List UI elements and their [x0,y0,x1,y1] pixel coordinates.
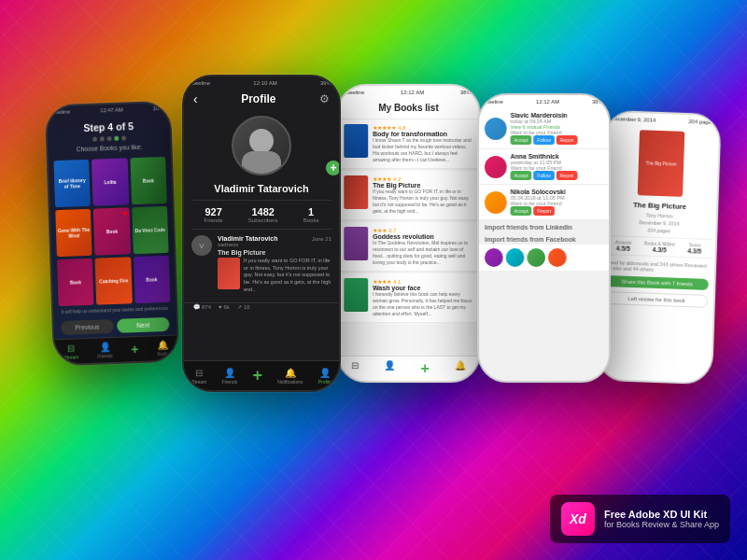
accept-button-2[interactable]: Accept [511,171,532,180]
suggest-avatar-4 [548,248,567,267]
back-button[interactable]: ‹ [193,91,198,106]
book-title-4: Wash your face [373,285,473,291]
share-book-button[interactable]: Share this Book with 7 friends [605,275,708,290]
rating-value-3: 3.7 [388,228,396,233]
profile-avatar-container: + [184,116,339,175]
nav3-stream[interactable]: ⊟ [351,360,359,377]
suggest-avatar-1 [485,248,503,267]
book-cover-4 [344,278,368,312]
nav3-notifications[interactable]: 🔔 [455,360,466,377]
phone4-time: 12:12 AM [536,99,559,105]
phone1-time: 12:47 AM [100,107,123,114]
profile-post: V Vladimir Tatarovich June 21 sadness Th… [191,235,331,293]
book-cover-text-6: Da Vinci Code [134,227,165,233]
rating-value-4: 4.1 [393,279,401,285]
book-item-3[interactable]: Book [130,157,167,204]
book-list-item-3[interactable]: ★★★ 3.7 Goddess revolution In The Goddes… [338,222,478,272]
phone5-content: December 9, 2014 204 pages The Big Pictu… [597,112,719,383]
friends-count: 927 [204,206,223,217]
phone5-pages: 204 pages [688,119,713,125]
book-item-5[interactable]: Book [93,207,131,255]
phone5-date: December 9, 2014 [611,116,655,123]
star-icon-4: ★★★★ [373,278,391,285]
accept-button-3[interactable]: Accept [511,206,532,216]
friend-info-3: Nikola Solocovski 05.04.2018 at 11:05 PM… [511,189,603,216]
post-shares-action[interactable]: ↗ 16 [237,303,250,310]
report-button-3[interactable]: Report [533,206,555,216]
nav2-notifications[interactable]: 🔔 Notifications [277,368,303,385]
book-item-2[interactable]: Lolita [92,158,129,205]
accept-button-1[interactable]: Accept [511,135,532,145]
rating-value-1: 4.8 [398,125,405,131]
friend-item-2: Anna Smithnick yesterday at 11:05 PM Wan… [479,149,609,185]
phone4-battery: 38% [592,99,603,105]
phone3-battery: 38% [460,90,472,95]
rating-amazon: Amazon 4.5/5 [614,239,631,252]
friend-actions-3: Accept Report [511,206,603,216]
nav2-profile[interactable]: 👤 Profile [318,368,331,385]
phone-profile: Beeline 12:10 AM 39% ‹ Profile ⚙ + Vlad [182,75,341,392]
nav3-add[interactable]: + [420,360,429,377]
nav-notifications-label: Notif. [158,351,168,357]
report-button-1[interactable]: Report [557,135,578,145]
avatar-add-photo[interactable]: + [326,161,341,175]
step-title: Step 4 of 5 [54,119,162,134]
nav2-notifications-icon: 🔔 [285,368,296,378]
nav2-friends[interactable]: 👤 Friends [222,368,238,385]
post-likes-action[interactable]: ♥ 6k [218,303,230,310]
friend-item-1: Slavic Marderoisin today at 09:24 AM Vie… [479,108,609,149]
book-info-1: ★★★★★ 4.8 Body for transformation I know… [373,124,473,163]
nav2-stream-label: Stream [191,379,206,385]
phone2-time: 12:10 AM [253,80,276,86]
follow-button-1[interactable]: Follow [533,135,554,145]
book-item-1[interactable]: Brief History of Time [53,160,91,207]
review-book-button[interactable]: Left review for this book [605,291,709,308]
friend-item-3: Nikola Solocovski 05.04.2018 at 11:05 PM… [479,185,609,220]
friend-avatar-3 [485,191,507,214]
book-item-7[interactable]: Book [57,259,94,306]
phone-books-list: Beeline 12:12 AM 38% My Books list ★★★★★… [336,84,480,383]
book-social-info: Liked by aldonsuite and 343 others Revie… [600,258,714,276]
dot-4 [114,136,119,141]
book-info-4: ★★★★ 4.1 Wash your face I honestly belie… [373,278,473,317]
nav-notifications[interactable]: 🔔 Notif. [157,340,168,357]
profile-stats: 927 Friends 1482 Subscribers 1 Books [191,200,331,230]
phone-book-detail: December 9, 2014 204 pages The Big Pictu… [595,110,721,385]
nav2-add[interactable]: + [252,366,262,385]
star-icon-1: ★★★★★ [373,124,396,131]
phone2-nav-bar: ⊟ Stream 👤 Friends + 🔔 Notifications [184,360,339,390]
settings-icon[interactable]: ⚙ [319,92,330,105]
book-cover-1 [344,124,368,158]
nav2-profile-icon: 👤 [319,368,331,378]
follow-button-2[interactable]: Follow [533,171,554,180]
book-item-8[interactable]: Catching Fire [95,257,133,304]
post-content: Vladimir Tatarovich June 21 sadness The … [218,235,331,293]
book-item-6[interactable]: Da Vinci Code [132,206,169,254]
nav-friends[interactable]: 👤 Friends [97,342,113,359]
report-button-2[interactable]: Report [557,171,578,180]
previous-button[interactable]: Previous [61,319,113,335]
next-button[interactable]: Next [117,317,169,333]
nav3-friends[interactable]: 👤 [384,360,395,377]
post-comments-action[interactable]: 💬 674 [193,303,211,310]
rating-books-million: Books & Million 4.3/5 [644,240,675,253]
nav2-stream[interactable]: ⊟ Stream [191,368,206,385]
avatar-head [249,129,274,153]
books-count: 1 [303,206,319,217]
nav2-stream-icon: ⊟ [195,368,203,378]
book-list-item-1[interactable]: ★★★★★ 4.8 Body for transformation I know… [338,119,478,169]
book-item-4[interactable]: Gone With The Wind [55,209,92,257]
shares-count: 16 [244,304,250,310]
book-item-9[interactable]: Book [134,256,171,303]
book-list-item-4[interactable]: ★★★★ 4.1 Wash your face I honestly belie… [338,273,478,323]
book-cover-text-4: Gone With The Wind [58,227,91,239]
phone3-nav-bar: ⊟ 👤 + 🔔 [338,356,478,381]
nav-add[interactable]: + [131,342,138,357]
book-cover-text-2: Lolita [105,179,117,185]
nav3-add-icon: + [420,360,429,377]
shares-icon: ↗ [237,303,242,310]
book-list-item-2[interactable]: ★★★★ 4.2 The Big Picture If you really w… [338,171,478,220]
nav-stream[interactable]: ⊟ Stream [63,343,78,360]
nav3-stream-icon: ⊟ [351,360,359,371]
nav2-profile-label: Profile [318,379,331,385]
